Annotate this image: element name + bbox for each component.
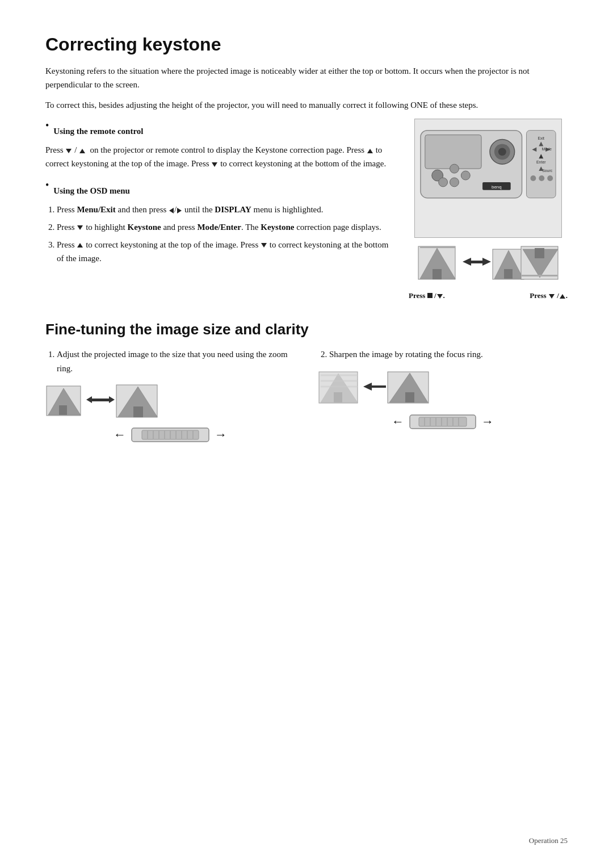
correcting-keystone-section: • Using the remote control Press / on th… — [45, 119, 568, 300]
fine-step-1: Adjust the projected image to the size t… — [57, 347, 295, 376]
tri-down-icon — [66, 149, 72, 153]
fine-col-right: Sharpen the image by rotating the focus … — [318, 347, 568, 446]
svg-point-22 — [461, 171, 470, 180]
svg-point-24 — [439, 178, 448, 187]
osd-steps-list: Press Menu/Exit and then press / until t… — [57, 203, 392, 266]
tri-up-icon — [79, 149, 85, 153]
tri-down-icon-3 — [77, 225, 83, 230]
focus-ring-with-arrows: ← → — [392, 410, 494, 433]
svg-point-17 — [530, 175, 536, 181]
zoom-ring-svg — [131, 423, 210, 446]
fine-steps-right: Sharpen the image by rotating the focus … — [318, 347, 568, 362]
svg-point-19 — [547, 175, 553, 181]
keystone-arch-svg — [417, 244, 559, 283]
svg-point-18 — [539, 175, 544, 181]
focus-arch-svg — [318, 370, 431, 405]
zoom-arch-images — [45, 384, 295, 418]
svg-rect-27 — [433, 269, 442, 279]
arrow-right-icon: → — [215, 427, 227, 442]
fine-steps-left: Adjust the projected image to the size t… — [45, 347, 295, 376]
fine-col-left: Adjust the projected image to the size t… — [45, 347, 295, 446]
svg-point-23 — [450, 178, 459, 187]
remote-images-column: benq Exit Mode Enter Sourc — [409, 119, 568, 300]
svg-rect-64 — [334, 392, 342, 402]
tri-up-icon-2 — [367, 149, 373, 153]
intro-paragraph-2: To correct this, besides adjusting the h… — [45, 98, 568, 112]
osd-step-3: Press to correct keystoning at the top o… — [57, 238, 392, 266]
osd-step-1: Press Menu/Exit and then press / until t… — [57, 203, 392, 217]
arrow-left-icon: ← — [114, 427, 126, 442]
square-icon-1 — [427, 293, 433, 298]
tri-up-icon-press — [560, 294, 565, 299]
svg-rect-34 — [504, 269, 513, 279]
focus-arrow-right-icon: → — [481, 414, 494, 429]
svg-marker-45 — [86, 396, 92, 403]
intro-paragraph-1: Keystoning refers to the situation where… — [45, 64, 568, 91]
svg-rect-50 — [133, 406, 143, 417]
svg-point-21 — [450, 164, 459, 173]
svg-text:Exit: Exit — [538, 136, 544, 140]
svg-rect-74 — [419, 417, 467, 426]
tri-down-icon-4 — [261, 243, 267, 248]
tri-down-icon-press2 — [549, 294, 555, 299]
tri-left-icon — [169, 208, 174, 213]
bullet-dot-1: • — [45, 119, 49, 133]
tri-down-icon-2 — [212, 162, 217, 167]
svg-rect-69 — [372, 385, 386, 388]
fine-tuning-section: Adjust the projected image to the size t… — [45, 347, 568, 446]
svg-text:Sourc: Sourc — [542, 169, 553, 173]
svg-marker-68 — [363, 383, 372, 391]
svg-rect-28 — [420, 246, 455, 248]
svg-rect-40 — [535, 248, 544, 258]
page-title: Correcting keystone — [45, 34, 568, 55]
svg-point-4 — [498, 148, 506, 156]
svg-rect-44 — [59, 405, 67, 415]
zoom-ring-with-arrows: ← → — [114, 423, 227, 446]
svg-marker-29 — [463, 258, 471, 266]
svg-text:Mode: Mode — [542, 147, 552, 151]
page-footer: Operation 25 — [529, 836, 568, 845]
osd-menu-title: Using the OSD menu — [53, 186, 130, 196]
svg-text:Enter: Enter — [536, 160, 546, 164]
bullet-dot-2: • — [45, 178, 49, 192]
fine-step-2: Sharpen the image by rotating the focus … — [329, 347, 568, 362]
zoom-arch-svg — [45, 384, 159, 418]
focus-arrow-left-icon: ← — [392, 414, 404, 429]
focus-ring-svg — [409, 410, 477, 433]
svg-rect-41 — [522, 275, 557, 276]
tri-right-icon — [177, 208, 182, 213]
bullet-remote: • Using the remote control — [45, 119, 392, 141]
svg-rect-46 — [92, 399, 109, 401]
remote-control-description: Press / on the projector or remote contr… — [45, 143, 392, 170]
svg-rect-72 — [405, 392, 414, 402]
press-label-2: Press /. — [530, 291, 568, 300]
tri-up-icon-3 — [77, 243, 83, 248]
remote-svg: benq Exit Mode Enter Sourc — [415, 119, 561, 238]
fine-tuning-title: Fine-tuning the image size and clarity — [45, 321, 568, 338]
osd-step-2: Press to highlight Keystone and press Mo… — [57, 220, 392, 234]
keystone-correction-images — [417, 244, 559, 283]
svg-marker-47 — [109, 396, 115, 403]
remote-control-image: benq Exit Mode Enter Sourc — [414, 119, 562, 238]
keystone-text: • Using the remote control Press / on th… — [45, 119, 392, 272]
bullet-osd: • Using the OSD menu — [45, 178, 392, 200]
tri-down-icon-press — [437, 294, 443, 299]
svg-rect-30 — [471, 261, 482, 263]
press-labels-row: Press /. Press /. — [409, 291, 568, 300]
focus-ring-area: ← → — [318, 410, 568, 433]
remote-control-title: Using the remote control — [53, 127, 143, 136]
svg-text:benq: benq — [492, 184, 502, 190]
focus-images — [318, 370, 568, 405]
press-label-1: Press /. — [409, 291, 445, 300]
svg-rect-1 — [425, 135, 481, 169]
zoom-ring-area: ← → — [45, 423, 295, 446]
svg-marker-31 — [482, 258, 491, 266]
